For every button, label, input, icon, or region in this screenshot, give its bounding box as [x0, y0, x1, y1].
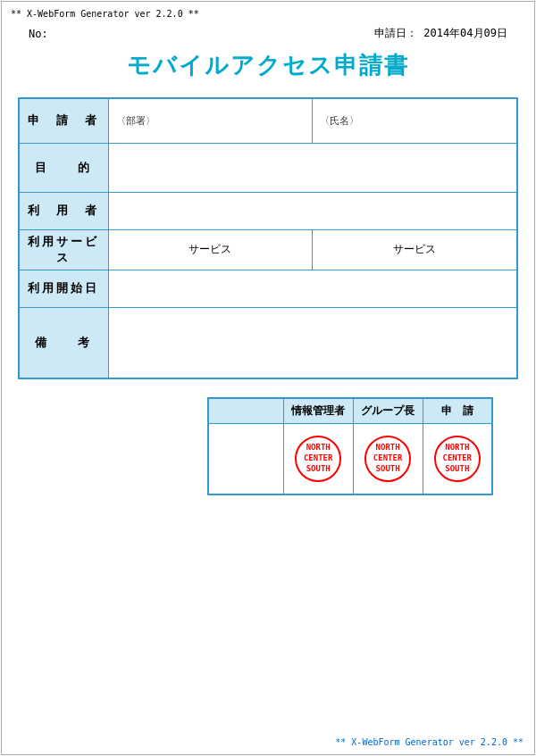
no-label: No: — [29, 28, 48, 40]
stamp-cell-2: NORTH CENTER SOUTH — [353, 423, 423, 494]
applicant-name: 〈氏名〉 — [312, 98, 517, 143]
header-generator-label: ** X-WebForm Generator ver 2.2.0 ** — [11, 9, 199, 19]
startdate-row: 利用開始日 — [19, 270, 517, 307]
title-section: モバイルアクセス申請書 — [11, 50, 525, 81]
stamp1-north: NORTH — [306, 443, 331, 453]
approval-table: 情報管理者 グループ長 申 請 NORTH CENTER SOUTH NORTH — [207, 397, 493, 495]
service-row: 利用サービス サービス サービス — [19, 229, 517, 270]
user-label: 利 用 者 — [19, 192, 108, 229]
applicant-label: 申 請 者 — [19, 98, 108, 143]
form-table: 申 請 者 〈部署〉 〈氏名〉 目 的 利 用 者 利用サー — [18, 97, 518, 379]
purpose-row: 目 的 — [19, 143, 517, 192]
approval-header-row: 情報管理者 グループ長 申 請 — [208, 398, 492, 423]
notes-row: 備 考 — [19, 307, 517, 378]
footer-bar: ** X-WebForm Generator ver 2.2.0 ** — [335, 737, 523, 747]
stamp-3: NORTH CENTER SOUTH — [434, 436, 481, 482]
service-value1[interactable]: サービス — [108, 229, 312, 270]
stamp3-north: NORTH — [445, 443, 469, 453]
stamp2-south: SOUTH — [376, 464, 400, 475]
stamp1-center: CENTER — [304, 453, 333, 464]
stamp-2: NORTH CENTER SOUTH — [364, 436, 411, 482]
stamp2-center: CENTER — [373, 453, 403, 464]
main-title: モバイルアクセス申請書 — [127, 52, 409, 79]
approval-section: 情報管理者 グループ長 申 請 NORTH CENTER SOUTH NORTH — [207, 397, 493, 495]
user-value[interactable] — [108, 192, 517, 229]
approval-stamp-row: NORTH CENTER SOUTH NORTH CENTER SOUTH NO… — [208, 423, 492, 494]
header-bar: ** X-WebForm Generator ver 2.2.0 ** — [11, 9, 525, 19]
purpose-value[interactable] — [108, 143, 517, 192]
approval-col3-header: 申 請 — [423, 398, 492, 423]
service-label: 利用サービス — [19, 229, 108, 270]
stamp3-south: SOUTH — [445, 464, 469, 475]
purpose-label: 目 的 — [19, 143, 108, 192]
startdate-label: 利用開始日 — [19, 270, 108, 307]
notes-value[interactable] — [108, 307, 517, 378]
approval-col2-header: グループ長 — [353, 398, 423, 423]
application-date: 申請日： 2014年04月09日 — [374, 26, 507, 41]
meta-row: No: 申請日： 2014年04月09日 — [29, 26, 507, 41]
stamp3-center: CENTER — [443, 453, 473, 464]
approval-blank-header — [208, 398, 283, 423]
service-value2[interactable]: サービス — [312, 229, 517, 270]
applicant-row: 申 請 者 〈部署〉 〈氏名〉 — [19, 98, 517, 143]
stamp-cell-1: NORTH CENTER SOUTH — [283, 423, 353, 494]
stamp-cell-blank — [208, 423, 283, 494]
stamp-cell-3: NORTH CENTER SOUTH — [423, 423, 492, 494]
applicant-department: 〈部署〉 — [108, 98, 312, 143]
stamp2-north: NORTH — [376, 443, 400, 453]
stamp1-south: SOUTH — [306, 464, 331, 475]
notes-label: 備 考 — [19, 307, 108, 378]
footer-generator-label: ** X-WebForm Generator ver 2.2.0 ** — [335, 737, 523, 747]
startdate-value[interactable] — [108, 270, 517, 307]
stamp-1: NORTH CENTER SOUTH — [295, 436, 341, 482]
approval-col1-header: 情報管理者 — [283, 398, 353, 423]
user-row: 利 用 者 — [19, 192, 517, 229]
